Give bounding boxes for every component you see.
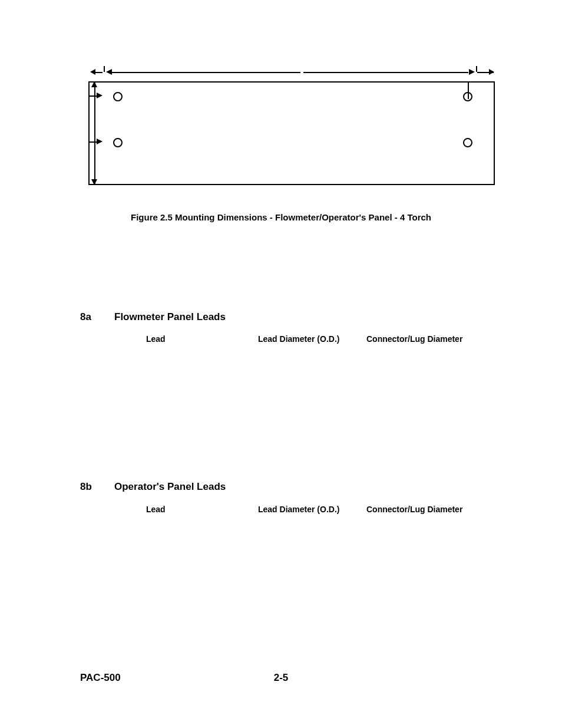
page: Figure 2.5 Mounting Dimensions - Flowmet… [0, 0, 562, 728]
section-number: 8b [80, 481, 114, 493]
mount-hole-icon [113, 92, 123, 101]
section-title: Operator's Panel Leads [114, 481, 226, 493]
section-heading-8a: 8a Flowmeter Panel Leads [80, 311, 226, 323]
column-header-diameter: Lead Diameter (O.D.) [258, 334, 339, 344]
section-number: 8a [80, 311, 114, 323]
column-header-connector: Connector/Lug Diameter [366, 334, 462, 344]
mount-hole-icon [113, 138, 123, 147]
column-header-lead: Lead [146, 334, 166, 344]
section-title: Flowmeter Panel Leads [114, 311, 226, 323]
column-header-connector: Connector/Lug Diameter [366, 505, 462, 514]
footer-page-number: 2-5 [0, 672, 562, 684]
figure-caption: Figure 2.5 Mounting Dimensions - Flowmet… [0, 212, 562, 222]
mount-hole-icon [463, 138, 472, 147]
column-header-diameter: Lead Diameter (O.D.) [258, 505, 339, 514]
column-header-lead: Lead [146, 505, 166, 514]
mounting-dimensions-drawing [88, 66, 495, 190]
section-heading-8b: 8b Operator's Panel Leads [80, 481, 226, 493]
